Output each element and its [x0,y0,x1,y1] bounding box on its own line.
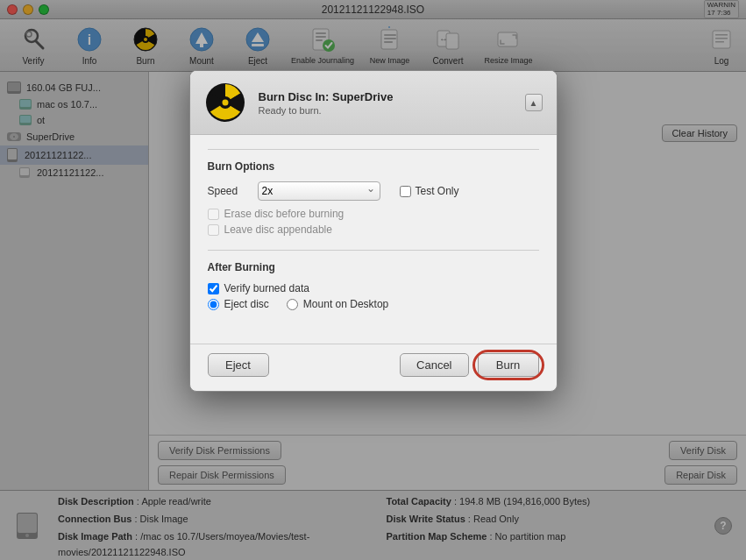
mount-desktop-radio[interactable] [287,299,298,310]
mount-desktop-radio-label: Mount on Desktop [303,298,388,310]
burn-button-wrapper: Burn [478,353,539,377]
test-only-checkbox[interactable] [400,186,411,197]
svg-point-50 [222,100,228,106]
speed-label: Speed [208,185,247,197]
after-burning-section: After Burning Verify burned data Eject d… [208,250,539,315]
dialog-header-text: Burn Disc In: SuperDrive Ready to burn. [259,90,513,116]
test-only-container: Test Only [400,185,459,197]
speed-select[interactable]: 2x 4x 8x Maximum Possible [258,181,380,201]
verify-burned-data-label: Verify burned data [224,282,309,294]
erase-disc-label: Erase disc before burning [224,208,345,220]
eject-disc-radio[interactable] [208,299,219,310]
main-window: 20121121122948.ISO WARNIN17 7:36 Verify … [0,0,746,560]
eject-radio-row: Eject disc [208,298,269,310]
erase-disc-row: Erase disc before burning [208,208,539,220]
eject-mount-row: Eject disc Mount on Desktop [208,298,539,315]
dialog-eject-button[interactable]: Eject [208,353,269,377]
dialog-burn-icon [204,82,246,124]
erase-disc-checkbox[interactable] [208,209,219,220]
verify-data-row: Verify burned data [208,282,539,294]
leave-appendable-label: Leave disc appendable [224,223,332,236]
after-burning-title: After Burning [208,261,539,273]
dialog-collapse-button[interactable]: ▲ [525,94,543,111]
burn-options-title: Burn Options [208,160,539,173]
ready-to-burn-label: Ready to burn. [259,105,513,116]
leave-appendable-checkbox[interactable] [208,224,219,236]
speed-select-wrapper: 2x 4x 8x Maximum Possible [258,181,380,201]
dialog-footer: Eject Cancel Burn [190,344,557,391]
burn-disc-in-label: Burn Disc In: SuperDrive [259,90,513,103]
modal-overlay: Burn Disc In: SuperDrive Ready to burn. … [0,0,746,560]
dialog-body: Burn Options Speed 2x 4x 8x Maximum Poss… [190,135,557,344]
speed-row: Speed 2x 4x 8x Maximum Possible Test O [208,181,539,201]
mount-radio-row: Mount on Desktop [287,298,388,310]
eject-disc-radio-label: Eject disc [224,298,269,310]
test-only-label[interactable]: Test Only [416,185,459,197]
dialog-header: Burn Disc In: SuperDrive Ready to burn. … [190,71,557,135]
burn-dialog: Burn Disc In: SuperDrive Ready to burn. … [189,70,558,392]
dialog-cancel-button[interactable]: Cancel [400,353,468,377]
leave-appendable-row: Leave disc appendable [208,223,539,236]
verify-burned-data-checkbox[interactable] [208,283,219,294]
dialog-burn-button[interactable]: Burn [478,353,539,377]
burn-options-section: Burn Options Speed 2x 4x 8x Maximum Poss… [208,149,539,236]
